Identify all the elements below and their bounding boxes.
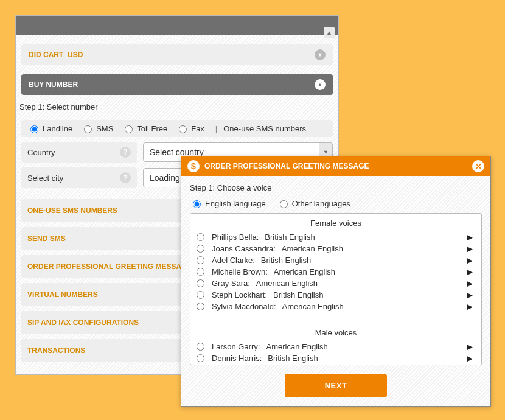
voice-language: British English [265,233,315,242]
radio-landline[interactable]: Landline [27,124,72,133]
collapse-up-icon[interactable]: ▲ [324,27,335,38]
voice-name: Sylvia Macdonald: [212,302,276,311]
voice-language: American English [274,267,335,276]
voice-name: Phillips Bella: [212,233,259,242]
buy-number-header[interactable]: BUY NUMBER ▲ [21,74,333,95]
buy-number-label: BUY NUMBER [29,80,78,89]
help-icon[interactable]: ? [120,172,131,183]
radio-toll-free[interactable]: Toll Free [122,124,167,133]
voice-name: Joans Cassandra: [212,244,276,253]
voice-radio[interactable] [197,245,204,253]
voice-row[interactable]: Sylvia Macdonald:American English▶ [190,301,481,312]
voice-row[interactable]: Gray Sara:American English▶ [190,278,481,289]
modal-step-label: Step 1: Choose a voice [190,183,482,192]
voice-language: British English [268,354,318,363]
male-voices-title: Male voices [190,326,481,341]
radio-fax[interactable]: Fax [176,124,204,133]
play-icon[interactable]: ▶ [467,342,473,351]
divider: | [215,124,217,133]
voice-row[interactable]: Steph Lockhart:British English▶ [190,289,481,301]
radio-other-lang[interactable]: Other languages [277,198,350,208]
voice-radio[interactable] [197,256,204,264]
one-use-sms-link[interactable]: One-use SMS numbers [223,124,306,133]
voice-name: Gray Sara: [212,279,250,288]
voice-name: Larson Garry: [212,342,260,351]
voice-radio[interactable] [197,268,204,276]
help-icon[interactable]: ? [120,147,131,158]
voice-row[interactable]: Adel Clarke:British English▶ [190,254,481,266]
voice-radio[interactable] [197,291,204,299]
greeting-modal: $ ORDER PROFESSIONAL GREETING MESSAGE ✕ … [181,156,491,407]
voice-row[interactable]: Dennis Harris:British English▶ [190,352,481,364]
play-icon[interactable]: ▶ [467,354,473,363]
voice-radio[interactable] [197,354,204,362]
voice-language: British English [273,290,323,299]
chevron-up-icon[interactable]: ▲ [315,79,326,90]
chevron-down-icon[interactable]: ▼ [315,49,326,60]
voice-name: Steph Lockhart: [212,290,267,299]
voice-language: American English [266,342,327,351]
voice-language: British English [261,256,311,265]
play-icon[interactable]: ▶ [467,267,473,276]
voice-row[interactable]: Michelle Brown:American English▶ [190,266,481,278]
modal-header: $ ORDER PROFESSIONAL GREETING MESSAGE ✕ [181,156,490,176]
play-icon[interactable]: ▶ [467,256,473,265]
voice-language: American English [282,244,343,253]
radio-english[interactable]: English language [190,198,266,208]
play-icon[interactable]: ▶ [467,290,473,299]
did-cart-label: DID CART USD [29,51,83,59]
voice-name: Dennis Harris: [212,354,262,363]
play-icon[interactable]: ▶ [467,302,473,311]
voice-language: American English [256,279,318,288]
play-icon[interactable]: ▶ [467,233,473,242]
play-icon[interactable]: ▶ [467,279,473,288]
voice-list: Female voices Phillips Bella:British Eng… [190,213,482,365]
voice-row[interactable]: Joans Cassandra:American English▶ [190,243,481,254]
number-type-selector: Landline SMS Toll Free Fax | One-use SMS… [21,120,333,137]
voice-row[interactable]: Phillips Bella:British English▶ [190,231,481,243]
city-label: Select city ? [21,167,137,188]
language-selector: English language Other languages [190,198,482,208]
voice-radio[interactable] [197,279,204,287]
close-icon[interactable]: ✕ [472,160,484,172]
country-label: Country ? [21,142,137,163]
modal-title: ORDER PROFESSIONAL GREETING MESSAGE [204,162,369,170]
dollar-icon: $ [187,160,200,172]
voice-radio[interactable] [197,343,204,351]
radio-sms[interactable]: SMS [81,124,113,133]
voice-name: Adel Clarke: [212,256,255,265]
did-cart-header[interactable]: DID CART USD ▼ [21,44,333,65]
female-voices-title: Female voices [190,216,481,231]
voice-name: Michelle Brown: [212,267,268,276]
step-label: Step 1: Select number [16,102,338,111]
voice-row[interactable]: Larson Garry:American English▶ [190,341,481,352]
play-icon[interactable]: ▶ [467,244,473,253]
voice-language: American English [282,302,344,311]
panel-top-bar: ▲ [16,16,338,35]
voice-radio[interactable] [197,233,204,241]
voice-radio[interactable] [197,303,204,310]
next-button[interactable]: NEXT [285,374,387,397]
